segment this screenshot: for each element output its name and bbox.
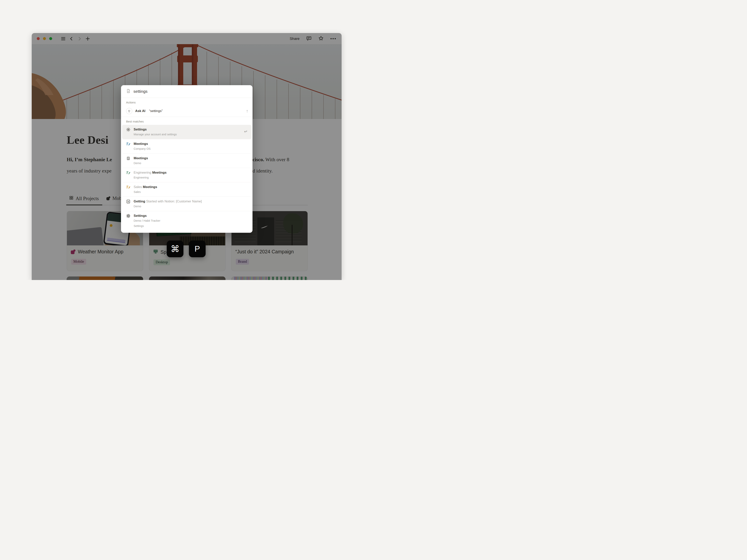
document-icon [126,156,131,161]
result-sales-meetings[interactable]: Sales Meetings Sales [122,182,252,196]
result-meetings-company-os[interactable]: Meetings Company OS [122,139,252,153]
search-input[interactable]: settings [133,89,148,94]
command-key: ⌘ [167,241,183,257]
result-engineering-meetings[interactable]: Engineering Meetings Engineering [122,168,252,182]
meeting-notes-green-icon [126,170,131,175]
up-arrow-icon: ↑ [246,108,248,113]
ask-ai-row[interactable]: Ask AI “settings” ↑ [121,105,253,117]
meeting-notes-blue-icon [126,142,131,146]
best-matches-section-label: Best matches [121,117,253,125]
result-getting-started-notion[interactable]: N Getting Started with Notion: [Customer… [122,197,252,211]
result-settings[interactable]: Settings Manage your account and setting… [122,125,252,139]
ask-ai-query: “settings” [149,109,163,113]
svg-text:N: N [128,201,129,203]
gear-icon [126,127,131,132]
meeting-notes-orange-icon [126,185,131,189]
page-search-icon [126,89,131,94]
cog-icon [126,214,131,218]
actions-section-label: Actions [121,98,253,105]
notion-logo-icon: N [126,199,131,204]
search-header: settings [121,85,253,98]
search-results-list: Settings Manage your account and setting… [121,125,253,231]
result-meetings-demo[interactable]: Meetings Demo [122,154,252,168]
result-settings-habit-tracker[interactable]: Settings Demo / Habit Tracker Settings [122,211,252,231]
ask-ai-label: Ask AI [135,109,145,113]
search-modal: settings Actions Ask AI “settings” ↑ Bes… [121,85,253,233]
enter-key-icon: ↵ [244,130,248,134]
ai-face-icon [126,108,132,114]
p-key: P [189,241,206,257]
